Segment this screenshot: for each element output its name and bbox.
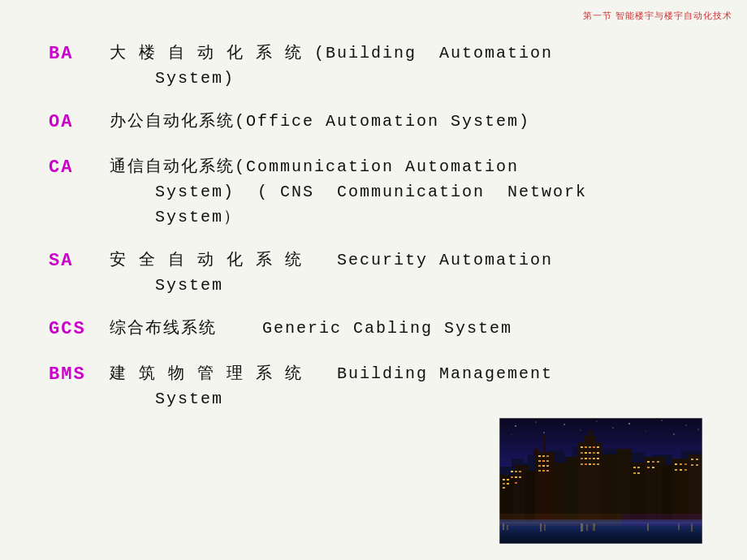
- svg-rect-55: [511, 471, 513, 472]
- svg-point-2: [535, 421, 536, 422]
- svg-rect-100: [647, 467, 650, 468]
- abbr-gcs: GCS: [49, 316, 110, 343]
- svg-point-5: [628, 423, 630, 424]
- svg-rect-65: [542, 460, 545, 462]
- list-item-sa: SA 安 全 自 动 化 系 统 Security Automation Sys…: [49, 248, 698, 298]
- svg-rect-104: [684, 463, 687, 465]
- abbr-bms: BMS: [49, 361, 110, 411]
- svg-rect-91: [593, 463, 595, 465]
- list-item-gcs: GCS 综合布线系统 Generic Cabling System: [49, 316, 698, 343]
- svg-rect-58: [515, 476, 517, 478]
- svg-rect-109: [696, 459, 698, 460]
- svg-rect-102: [675, 463, 677, 465]
- text-sa: 安 全 自 动 化 系 统 Security Automation System: [110, 248, 553, 298]
- svg-rect-77: [597, 446, 599, 448]
- svg-rect-85: [589, 458, 591, 459]
- list-item-ca: CA 通信自动化系统(Communication Automation Syst…: [49, 154, 698, 230]
- svg-point-14: [698, 429, 699, 430]
- svg-rect-67: [538, 465, 541, 467]
- text-ca: 通信自动化系统(Communication Automation System)…: [110, 154, 587, 230]
- svg-rect-108: [691, 459, 693, 460]
- svg-rect-61: [538, 455, 541, 457]
- svg-rect-90: [589, 463, 591, 465]
- main-content: BA 大 楼 自 动 化 系 统 (Building Automation Sy…: [0, 0, 747, 446]
- svg-rect-41: [589, 430, 592, 438]
- svg-rect-57: [519, 471, 521, 472]
- city-skyline-image: [499, 418, 702, 544]
- svg-rect-97: [647, 461, 650, 463]
- svg-rect-89: [585, 463, 587, 465]
- svg-point-3: [563, 424, 564, 424]
- svg-rect-105: [675, 469, 677, 471]
- svg-point-8: [512, 434, 512, 435]
- text-gcs: 综合布线系统 Generic Cabling System: [110, 316, 512, 343]
- abbr-oa: OA: [49, 109, 110, 136]
- svg-rect-82: [597, 452, 599, 454]
- svg-rect-124: [621, 514, 702, 526]
- svg-rect-50: [507, 479, 509, 480]
- svg-rect-98: [652, 461, 654, 463]
- svg-rect-52: [507, 483, 509, 485]
- svg-rect-63: [546, 455, 549, 457]
- page-title: 第一节 智能楼宇与楼宇自动化技术: [583, 10, 732, 22]
- svg-point-10: [581, 430, 581, 431]
- svg-rect-81: [593, 452, 595, 454]
- text-ba: 大 楼 自 动 化 系 统 (Building Automation Syste…: [110, 41, 553, 91]
- svg-point-4: [597, 421, 598, 422]
- svg-rect-60: [515, 482, 517, 484]
- svg-point-13: [673, 433, 674, 434]
- svg-rect-70: [538, 470, 541, 472]
- svg-rect-76: [593, 446, 595, 448]
- text-bms: 建 筑 物 管 理 系 统 Building Management System: [110, 361, 553, 411]
- svg-rect-125: [499, 514, 621, 526]
- svg-rect-62: [542, 455, 545, 457]
- svg-rect-110: [691, 464, 693, 466]
- abbr-sa: SA: [49, 248, 110, 298]
- svg-rect-86: [593, 458, 595, 459]
- svg-rect-106: [680, 469, 682, 471]
- abbr-ca: CA: [49, 154, 110, 230]
- svg-rect-79: [585, 452, 587, 454]
- text-oa: 办公自动化系统(Office Automation System): [110, 109, 530, 136]
- svg-rect-80: [589, 452, 591, 454]
- svg-rect-88: [581, 463, 583, 465]
- svg-rect-74: [585, 446, 587, 448]
- svg-rect-69: [546, 465, 549, 467]
- svg-rect-101: [652, 467, 654, 468]
- svg-rect-64: [538, 460, 541, 462]
- svg-rect-94: [637, 467, 640, 468]
- list-item-oa: OA 办公自动化系统(Office Automation System): [49, 109, 698, 136]
- svg-rect-53: [503, 487, 505, 489]
- svg-rect-95: [633, 472, 636, 474]
- svg-rect-54: [511, 476, 513, 478]
- list-item-bms: BMS 建 筑 物 管 理 系 统 Building Management Sy…: [49, 361, 698, 411]
- svg-rect-56: [515, 471, 517, 472]
- svg-point-1: [515, 425, 516, 427]
- svg-rect-35: [533, 449, 538, 455]
- svg-point-11: [612, 427, 613, 428]
- svg-rect-72: [546, 470, 549, 472]
- svg-rect-49: [503, 479, 505, 480]
- svg-rect-51: [503, 483, 505, 485]
- svg-rect-87: [597, 458, 599, 459]
- svg-rect-99: [657, 461, 659, 463]
- svg-point-12: [646, 431, 646, 432]
- svg-point-9: [543, 432, 544, 433]
- svg-rect-107: [684, 469, 687, 471]
- svg-rect-73: [581, 446, 583, 448]
- svg-rect-71: [542, 470, 545, 472]
- svg-rect-66: [546, 460, 549, 462]
- svg-rect-75: [589, 446, 591, 448]
- abbr-ba: BA: [49, 41, 110, 91]
- list-item-ba: BA 大 楼 自 动 化 系 统 (Building Automation Sy…: [49, 41, 698, 91]
- svg-rect-93: [633, 467, 636, 468]
- svg-rect-103: [680, 463, 682, 465]
- svg-point-6: [661, 420, 662, 420]
- svg-point-7: [686, 425, 687, 426]
- svg-rect-68: [542, 465, 545, 467]
- svg-rect-59: [519, 476, 521, 478]
- svg-rect-36: [544, 434, 546, 452]
- svg-rect-83: [581, 458, 583, 459]
- svg-rect-96: [637, 472, 640, 474]
- svg-rect-84: [585, 458, 587, 459]
